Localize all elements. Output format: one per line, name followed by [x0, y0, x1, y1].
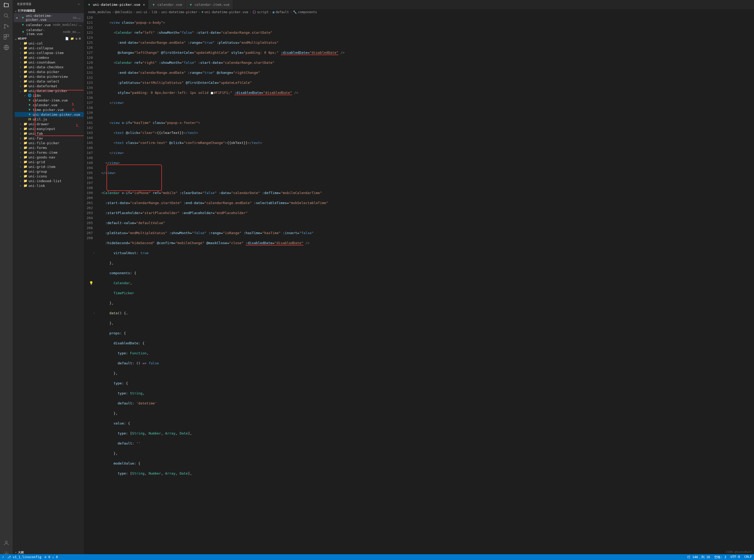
explorer-icon[interactable] [3, 2, 9, 8]
tree-item-uni-icons[interactable]: ›📁uni-icons [15, 174, 84, 179]
remote-icon[interactable] [3, 44, 9, 51]
folder-icon: 📁 [23, 174, 27, 178]
close-icon[interactable] [16, 23, 20, 27]
extensions-icon[interactable] [3, 34, 9, 40]
source-control-icon[interactable] [3, 23, 9, 29]
svg-point-9 [5, 541, 7, 543]
svg-line-1 [7, 17, 8, 18]
tree-item-uni-collapse-item[interactable]: ›📁uni-collapse-item [15, 51, 84, 55]
tree-item-uni-combox[interactable]: ›📁uni-combox [15, 55, 84, 60]
new-folder-icon[interactable]: 📁 [70, 37, 74, 40]
new-file-icon[interactable]: 📄 [65, 37, 69, 40]
watermark: CSDN @SunnyRun! [726, 550, 752, 554]
sidebar-more-icon[interactable]: ⋯ [78, 2, 80, 6]
code-editor[interactable]: 1201211221231241251261271281291301311321… [84, 15, 754, 560]
vue-file-icon: ▼ [151, 3, 156, 7]
tree-item-uni-dateformat[interactable]: ›📁uni-dateformat [15, 84, 84, 88]
editor-tab[interactable]: ▼calendar-item.vue [186, 0, 233, 9]
tree-item-util.js[interactable]: JSutil.js [15, 117, 84, 122]
folder-icon: 📁 [23, 65, 27, 69]
editor-tab[interactable]: ▼uni-datetime-picker.vue× [84, 0, 148, 9]
tree-item-uni-col[interactable]: ›📁uni-col [15, 41, 84, 46]
breadcrumb[interactable]: node_modules› @dcloudio› uni-ui› lib› un… [84, 9, 754, 15]
close-icon[interactable]: × [143, 3, 145, 6]
folder-icon: 📁 [23, 46, 27, 50]
editor-tab[interactable]: ▼calendar.vue [148, 0, 186, 9]
tree-item-uni-datetime-picker[interactable]: ⌄📁uni-datetime-picker [15, 88, 84, 93]
folder-icon: 📁 [23, 164, 27, 169]
folder-icon: 📁 [23, 55, 27, 60]
tree-item-uni-goods-nav[interactable]: ›📁uni-goods-nav [15, 155, 84, 160]
account-icon[interactable] [3, 540, 9, 546]
remote-indicator[interactable]: ⚡ [2, 555, 4, 559]
tree-item-uni-easyinput[interactable]: ›📁uni-easyinput [15, 126, 84, 131]
i18n-folder-icon: 🌐 [27, 93, 32, 98]
open-editor-item[interactable]: ▼ calendar.vue node_modules/... [14, 22, 84, 27]
folder-icon: 📁 [23, 145, 27, 150]
folder-icon: 📁 [23, 79, 27, 83]
tree-item-uni-fab[interactable]: ›📁uni-fab [15, 131, 84, 136]
wrench-icon: 🔧 [293, 10, 297, 14]
close-icon[interactable]: × [16, 16, 20, 20]
tree-item-uni-drawer[interactable]: ›📁uni-drawer [15, 122, 84, 126]
cursor-position[interactable]: 行 146，列 16 [687, 555, 710, 559]
svg-point-0 [4, 14, 7, 17]
tree-item-uni-group[interactable]: ›📁uni-group [15, 169, 84, 174]
indentation[interactable]: 空格: 2 [714, 555, 726, 559]
tree-item-uni-countdown[interactable]: ›📁uni-countdown [15, 60, 84, 65]
code-content[interactable]: <view class="popup-x-body"> <Calendar re… [97, 15, 754, 560]
tree-item-calendar-item.vue[interactable]: ▼calendar-item.vue [15, 98, 84, 103]
tree-item-calendar.vue[interactable]: ▼calendar.vue [15, 103, 84, 107]
chevron-right-icon: › [14, 551, 18, 554]
svg-point-4 [7, 26, 8, 27]
activity-bar [0, 0, 13, 560]
refresh-icon[interactable]: ↻ [76, 37, 78, 40]
line-gutter: 1201211221231241251261271281291301311321… [84, 15, 97, 560]
tree-item-uni-file-picker[interactable]: ›📁uni-file-picker [15, 141, 84, 145]
tree-item-time-picker.vue[interactable]: ▼time-picker.vue [15, 107, 84, 112]
folder-icon: 📁 [23, 60, 27, 64]
encoding[interactable]: UTF-8 [731, 555, 740, 559]
tree-item-uni-indexed-list[interactable]: ›📁uni-indexed-list [15, 179, 84, 183]
open-editor-item[interactable]: × ▼ uni-datetime-picker.vue no... [14, 13, 84, 22]
open-editors-header[interactable]: ⌄ 打开的编辑器 [13, 8, 84, 13]
open-editor-item[interactable]: ▼ calendar-item.vue node_mo... [14, 27, 84, 36]
tree-item-uni-collapse[interactable]: ›📁uni-collapse [15, 46, 84, 51]
tree-item-uni-data-picker[interactable]: ›📁uni-data-picker [15, 69, 84, 74]
workspace-actions: 📄 📁 ↻ ⊟ [65, 37, 83, 40]
vue-file-icon: ▼ [21, 30, 25, 34]
folder-icon: 📁 [23, 160, 27, 164]
tree-item-uni-fav[interactable]: ›📁uni-fav [15, 136, 84, 141]
problems[interactable]: ⊘ 0 ⚠ 0 [44, 555, 58, 559]
eol[interactable]: CRLF [744, 555, 752, 559]
open-editors-list: × ▼ uni-datetime-picker.vue no... ▼ cale… [13, 13, 84, 36]
statusbar: ⚡ ⎇ v1_1_linsconfig ⊘ 0 ⚠ 0 行 146，列 16 空… [0, 554, 754, 560]
tree-item-uni-datetime-picker.vue[interactable]: ▼uni-datetime-picker.vue [15, 112, 84, 117]
tree-item-uni-data-checkbox[interactable]: ›📁uni-data-checkbox [15, 65, 84, 69]
close-icon[interactable] [16, 30, 20, 34]
collapse-icon[interactable]: ⊟ [79, 37, 81, 40]
tree-item-uni-link[interactable]: ›📁uni-link [15, 183, 84, 188]
tree-item-uni-grid-item[interactable]: ›📁uni-grid-item [15, 164, 84, 169]
folder-icon: 📁 [23, 122, 27, 126]
editor-area: ▼uni-datetime-picker.vue× ▼calendar.vue … [84, 0, 754, 560]
vue-file-icon: ▼ [27, 103, 32, 107]
folder-icon: 📁 [23, 150, 27, 155]
vue-file-icon: ▼ [87, 3, 91, 7]
tree-item-uni-data-pickerview[interactable]: ›📁uni-data-pickerview [15, 74, 84, 79]
search-icon[interactable] [3, 13, 9, 19]
vue-file-icon: ▼ [21, 23, 25, 27]
tree-item-uni-grid[interactable]: ›📁uni-grid [15, 160, 84, 164]
svg-rect-6 [6, 35, 9, 37]
git-branch[interactable]: ⎇ v1_1_linsconfig [7, 555, 41, 559]
folder-icon: 📁 [23, 69, 27, 74]
workspace-header[interactable]: ⌄ WEAPP 📄 📁 ↻ ⊟ [13, 36, 84, 41]
tree-item-uni-forms[interactable]: ›📁uni-forms [15, 145, 84, 150]
cube-icon: ▣ [272, 10, 274, 14]
tree-item-uni-forms-item[interactable]: ›📁uni-forms-item [15, 150, 84, 155]
vue-file-icon: ▼ [27, 98, 32, 102]
vue-file-icon: ▼ [27, 112, 32, 117]
annotation-box [106, 164, 162, 191]
tree-item-i18n[interactable]: ›🌐i18n [15, 93, 84, 98]
tree-item-uni-data-select[interactable]: ›📁uni-data-select [15, 79, 84, 84]
